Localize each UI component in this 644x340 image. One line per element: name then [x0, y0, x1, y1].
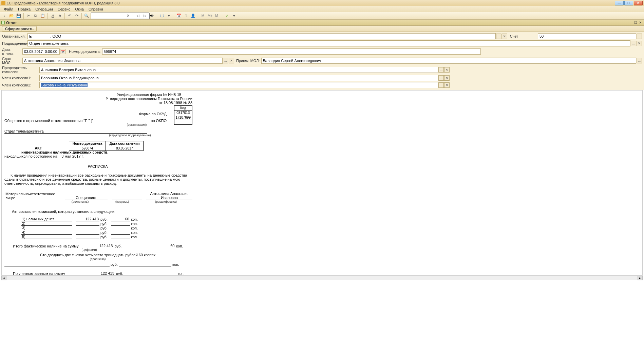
tab-minimize-icon[interactable]: —: [628, 20, 633, 25]
org-fullname: Общество с ограниченной ответственностью…: [4, 119, 147, 123]
scroll-right-icon[interactable]: ▸: [638, 276, 643, 280]
from-line: от 18.08.1998 № 88: [106, 101, 192, 105]
account-select-icon[interactable]: …: [637, 34, 642, 39]
cut-icon[interactable]: ✂: [25, 13, 32, 19]
total-fact-label: Итого фактическое наличие на сумму: [12, 244, 79, 248]
calc-icon[interactable]: 🗓: [183, 13, 189, 19]
horizontal-scrollbar[interactable]: ◂ ▸: [1, 275, 643, 280]
m2-clear-icon[interactable]: ✕: [444, 82, 450, 88]
chair-clear-icon[interactable]: ✕: [444, 67, 450, 73]
org-clear-icon[interactable]: ✕: [502, 34, 507, 39]
menu-help[interactable]: Справка: [87, 7, 105, 12]
mol-name: Антошкина Анастасия Ивановна: [146, 192, 192, 200]
search-combo[interactable]: ▾: [91, 13, 124, 19]
act-sub: инвентаризации наличных денежных средств…: [21, 150, 192, 154]
report-form: Организация: … ✕ Счет … Подразделение: ……: [0, 32, 644, 90]
menu-operations[interactable]: Операции: [33, 7, 55, 12]
gave-select-icon[interactable]: …: [223, 58, 228, 63]
docnum-input[interactable]: [102, 48, 481, 55]
document-preview[interactable]: Унифицированная форма № ИНВ-15 Утвержден…: [1, 90, 643, 275]
new-icon[interactable]: ▫: [1, 13, 7, 19]
nav-fwd-icon[interactable]: ▷: [142, 13, 148, 19]
gave-clear-icon[interactable]: ✕: [229, 58, 234, 63]
m2-select-icon[interactable]: …: [438, 82, 444, 88]
m1-label: Член комиссии1:: [2, 76, 39, 80]
save-icon[interactable]: 💾: [16, 13, 22, 19]
m2-label: Член комиссии2:: [2, 83, 39, 87]
docnum-label: Номер документа:: [65, 49, 102, 54]
menu-edit[interactable]: Правка: [16, 7, 33, 12]
m1-input[interactable]: [39, 75, 438, 81]
account-input[interactable]: [538, 33, 636, 39]
m1-clear-icon[interactable]: ✕: [444, 75, 450, 81]
tab-close-icon[interactable]: ✕: [638, 20, 643, 25]
menu-windows[interactable]: Окна: [73, 7, 86, 12]
gave-input[interactable]: [22, 58, 223, 64]
paste-icon[interactable]: 📋: [40, 13, 46, 19]
open-icon[interactable]: 📂: [8, 13, 15, 19]
form-line: Унифицированная форма № ИНВ-15: [106, 93, 192, 97]
chair-label: Председатель комиссии:: [2, 66, 39, 74]
search-icon[interactable]: 🔍: [83, 13, 90, 19]
took-input[interactable]: [261, 58, 636, 64]
window-title: 1С:Предприятие - Бухгалтерия предприятия…: [7, 1, 615, 5]
calendar-icon[interactable]: 📅: [176, 13, 182, 19]
by-books-label: По учетным данным на сумму: [12, 272, 66, 275]
took-select-icon[interactable]: …: [637, 58, 642, 63]
dept-input[interactable]: [27, 40, 630, 46]
chair-input[interactable]: [39, 67, 438, 73]
account-label: Счет: [507, 34, 519, 38]
info-icon[interactable]: ⓘ: [159, 13, 165, 19]
generate-button[interactable]: Сформировать: [2, 26, 37, 32]
org-select-icon[interactable]: …: [496, 34, 501, 39]
redo-icon[interactable]: ↷: [74, 13, 80, 19]
total-words: Сто двадцать две тысячи четыреста тринад…: [4, 253, 191, 257]
window-controls: — ☐ ✕: [615, 1, 643, 5]
clear-search-icon[interactable]: ✕: [125, 13, 131, 19]
approved-line: Утверждена постановлением Госкомстата Ро…: [106, 97, 192, 101]
title-bar: 1С:Предприятие - Бухгалтерия предприятия…: [0, 0, 644, 6]
menu-file[interactable]: ФФайлайл: [2, 7, 15, 12]
minimize-button[interactable]: —: [615, 1, 624, 5]
dept-clear-icon[interactable]: ✕: [637, 41, 642, 46]
document-tab-bar: Отчет — ☐ ✕: [0, 20, 644, 26]
m-plus-icon[interactable]: M+: [207, 13, 213, 19]
mol-position: Специалист: [65, 196, 108, 200]
menu-service[interactable]: Сервис: [56, 7, 73, 12]
maximize-button[interactable]: ☐: [624, 1, 633, 5]
date-picker-icon[interactable]: 📅: [60, 49, 65, 54]
okud-label: Форма по ОКУД: [139, 112, 169, 116]
m2-selected-text: Бахова Лиана Ризуановна: [41, 83, 88, 87]
report-tab-icon: [1, 21, 5, 24]
app-icon: [1, 1, 5, 5]
undo-icon[interactable]: ↶: [67, 13, 73, 19]
date-input[interactable]: [22, 48, 60, 55]
report-tab-title[interactable]: Отчет: [6, 21, 628, 25]
actions-icon[interactable]: ✓: [224, 13, 230, 19]
m1-select-icon[interactable]: …: [438, 75, 444, 81]
as-of-label: находящихся по состоянию на: [4, 154, 57, 158]
tab-restore-icon[interactable]: ☐: [633, 20, 638, 25]
close-button[interactable]: ✕: [634, 1, 643, 5]
refresh-icon[interactable]: ⟳: [149, 13, 155, 19]
nav-back-icon[interactable]: ◁: [135, 13, 141, 19]
m-icon[interactable]: M: [200, 13, 206, 19]
chair-select-icon[interactable]: …: [438, 67, 444, 73]
user-icon[interactable]: 👤: [190, 13, 196, 19]
dept-label: Подразделение:: [2, 41, 27, 45]
gave-label: Сдал МОЛ:: [2, 57, 22, 65]
date-label: Дата отчета: [2, 47, 22, 56]
org-input[interactable]: [27, 33, 496, 39]
m2-input[interactable]: Бахова Лиана Ризуановна: [39, 82, 438, 88]
org-label: Организация:: [2, 34, 27, 38]
preview-icon[interactable]: 🗎: [57, 13, 63, 19]
copy-icon[interactable]: ⧉: [33, 13, 39, 19]
dept-select-icon[interactable]: …: [631, 41, 636, 46]
actions-dd-icon[interactable]: ▾: [231, 13, 237, 19]
menu-bar: ФФайлайл Правка Операции Сервис Окна Спр…: [0, 6, 644, 12]
print-icon[interactable]: 🖨: [50, 13, 56, 19]
scroll-left-icon[interactable]: ◂: [1, 276, 6, 280]
m-minus-icon[interactable]: M-: [214, 13, 220, 19]
dropdown-icon[interactable]: ▾: [166, 13, 172, 19]
doc-num-table: Номер документаДата составления 59687403…: [69, 141, 144, 151]
